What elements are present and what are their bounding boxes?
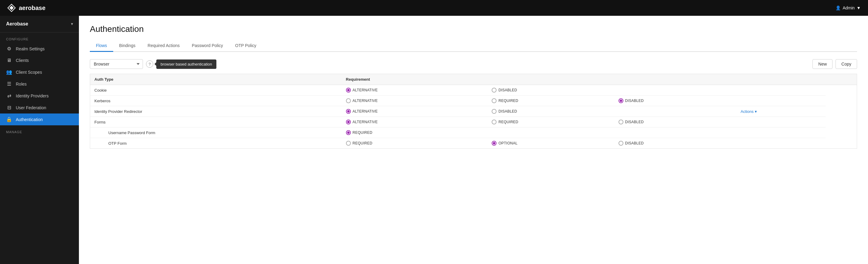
- sidebar-item-identity-providers[interactable]: ⇄ Identity Providers: [0, 90, 79, 102]
- radio-circle[interactable]: [492, 88, 497, 93]
- radio-label: DISABLED: [625, 141, 644, 145]
- main-content: Authentication Flows Bindings Required A…: [79, 16, 868, 264]
- radio-option[interactable]: ALTERNATIVE: [346, 88, 484, 93]
- radio-label: DISABLED: [498, 109, 517, 113]
- radio-option[interactable]: DISABLED: [619, 141, 732, 146]
- cell-req1[interactable]: ALTERNATIVE: [342, 106, 488, 117]
- cell-req3[interactable]: [614, 127, 737, 138]
- radio-option[interactable]: ALTERNATIVE: [346, 98, 484, 103]
- radio-option[interactable]: DISABLED: [619, 98, 732, 103]
- radio-option[interactable]: DISABLED: [492, 88, 610, 93]
- sidebar-item-user-federation[interactable]: ⊟ User Federation: [0, 102, 79, 113]
- radio-circle[interactable]: [346, 98, 351, 103]
- radio-option[interactable]: REQUIRED: [492, 98, 610, 103]
- cell-req3[interactable]: DISABLED: [614, 138, 737, 149]
- radio-option[interactable]: REQUIRED: [346, 141, 484, 146]
- cell-req3[interactable]: [614, 85, 737, 96]
- radio-label: ALTERNATIVE: [353, 109, 378, 113]
- user-icon: 👤: [836, 5, 841, 10]
- roles-icon: ☰: [6, 81, 12, 87]
- radio-circle[interactable]: [492, 141, 497, 146]
- tab-flows[interactable]: Flows: [90, 40, 113, 52]
- cell-req2[interactable]: REQUIRED: [488, 96, 614, 106]
- cell-auth-type: Identity Provider Redirector: [90, 106, 342, 117]
- radio-label: REQUIRED: [498, 120, 518, 124]
- cell-req1[interactable]: ALTERNATIVE: [342, 117, 488, 127]
- identity-providers-icon: ⇄: [6, 93, 12, 99]
- tooltip: browser based authentication: [156, 60, 216, 69]
- cell-req2[interactable]: REQUIRED: [488, 117, 614, 127]
- sidebar-item-label: Client Scopes: [16, 70, 42, 75]
- radio-circle[interactable]: [492, 98, 497, 103]
- sidebar-item-client-scopes[interactable]: 👥 Client Scopes: [0, 66, 79, 78]
- cell-req1[interactable]: REQUIRED: [342, 138, 488, 149]
- radio-option[interactable]: REQUIRED: [492, 120, 610, 124]
- radio-option[interactable]: ALTERNATIVE: [346, 120, 484, 124]
- client-scopes-icon: 👥: [6, 69, 12, 75]
- radio-label: ALTERNATIVE: [353, 120, 378, 124]
- toolbar: Browser Direct Grant Registration Reset …: [90, 59, 857, 69]
- radio-circle[interactable]: [619, 120, 623, 124]
- tab-required-actions[interactable]: Required Actions: [142, 40, 186, 52]
- radio-circle[interactable]: [346, 130, 351, 135]
- cell-auth-type: OTP Form: [90, 138, 342, 149]
- sidebar-item-label: Identity Providers: [16, 94, 49, 98]
- help-button[interactable]: ?: [146, 60, 153, 68]
- sidebar-item-roles[interactable]: ☰ Roles: [0, 78, 79, 90]
- actions-link[interactable]: Actions ▾: [741, 109, 821, 114]
- radio-circle[interactable]: [492, 109, 497, 114]
- col-actions: [826, 74, 857, 85]
- cell-auth-type: Forms: [90, 117, 342, 127]
- cell-req1[interactable]: ALTERNATIVE: [342, 85, 488, 96]
- flow-select[interactable]: Browser Direct Grant Registration Reset …: [90, 59, 143, 69]
- radio-option[interactable]: DISABLED: [619, 120, 732, 124]
- cell-req1[interactable]: ALTERNATIVE: [342, 96, 488, 106]
- radio-label: OPTIONAL: [498, 141, 518, 145]
- radio-option[interactable]: REQUIRED: [346, 130, 484, 135]
- col-requirement: Requirement: [342, 74, 826, 85]
- sidebar-item-label: Realm Settings: [16, 46, 44, 51]
- cell-req3[interactable]: DISABLED: [614, 117, 737, 127]
- radio-circle[interactable]: [346, 120, 351, 124]
- radio-circle[interactable]: [346, 88, 351, 93]
- sidebar-item-authentication[interactable]: 🔒 Authentication: [0, 113, 79, 125]
- radio-option[interactable]: DISABLED: [492, 109, 610, 114]
- auth-table: Auth Type Requirement Cookie ALTERNATIVE…: [90, 74, 857, 149]
- radio-label: REQUIRED: [498, 99, 518, 103]
- radio-circle[interactable]: [346, 141, 351, 146]
- cell-req2[interactable]: DISABLED: [488, 106, 614, 117]
- radio-circle[interactable]: [619, 141, 623, 146]
- tab-otp-policy[interactable]: OTP Policy: [229, 40, 262, 52]
- cell-auth-type: Username Password Form: [90, 127, 342, 138]
- topnav: aerobase 👤 Admin ▼: [0, 0, 868, 16]
- realm-selector[interactable]: Aerobase ▾: [0, 16, 79, 32]
- sidebar-item-label: Roles: [16, 81, 27, 87]
- tab-bindings[interactable]: Bindings: [113, 40, 142, 52]
- radio-circle[interactable]: [492, 120, 497, 124]
- radio-label: DISABLED: [498, 88, 517, 92]
- cell-actions: [736, 117, 826, 127]
- realm-settings-icon: ⚙: [6, 46, 12, 52]
- tabs: Flows Bindings Required Actions Password…: [90, 40, 857, 52]
- copy-button[interactable]: Copy: [836, 59, 857, 69]
- cell-req3[interactable]: DISABLED: [614, 96, 737, 106]
- cell-actions: [736, 85, 826, 96]
- radio-option[interactable]: ALTERNATIVE: [346, 109, 484, 114]
- cell-req3[interactable]: [614, 106, 737, 117]
- cell-actions[interactable]: Actions ▾: [736, 106, 826, 117]
- new-button[interactable]: New: [812, 59, 833, 69]
- cell-req1[interactable]: REQUIRED: [342, 127, 488, 138]
- tab-password-policy[interactable]: Password Policy: [186, 40, 229, 52]
- cell-req2[interactable]: [488, 127, 614, 138]
- radio-circle[interactable]: [619, 98, 623, 103]
- sidebar-item-clients[interactable]: 🖥 Clients: [0, 55, 79, 66]
- cell-req2[interactable]: OPTIONAL: [488, 138, 614, 149]
- sidebar-item-label: Clients: [16, 58, 29, 63]
- cell-auth-type: Cookie: [90, 85, 342, 96]
- radio-option[interactable]: OPTIONAL: [492, 141, 610, 146]
- radio-circle[interactable]: [346, 109, 351, 114]
- sidebar-item-realm-settings[interactable]: ⚙ Realm Settings: [0, 43, 79, 55]
- user-chevron-icon: ▼: [857, 5, 861, 10]
- cell-req2[interactable]: DISABLED: [488, 85, 614, 96]
- user-menu[interactable]: 👤 Admin ▼: [836, 5, 861, 10]
